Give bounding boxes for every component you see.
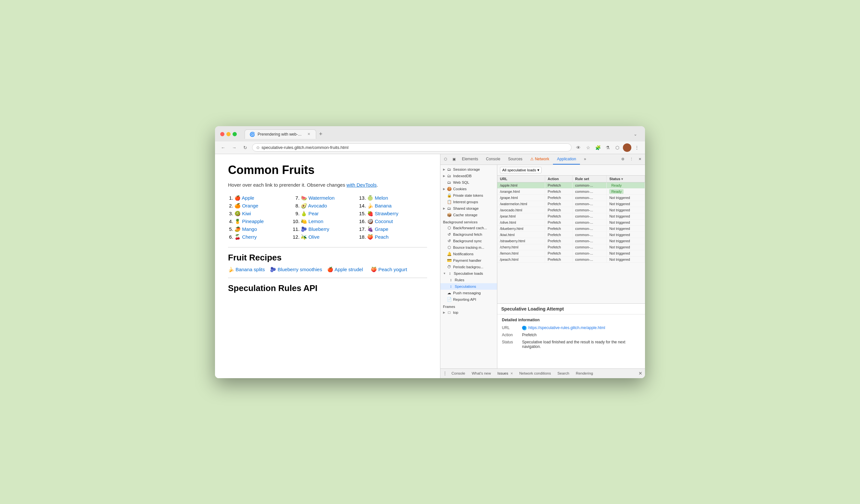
tab-application[interactable]: Application — [553, 154, 580, 164]
sidebar-session-storage[interactable]: ▶ 🗂 Session storage — [440, 166, 497, 173]
sidebar-background-fetch[interactable]: ▶ ↺ Background fetch — [440, 231, 497, 238]
split-view-icon[interactable]: ⬡ — [613, 143, 621, 152]
sidebar-bounce-tracking[interactable]: ▶ ⬡ Bounce tracking m... — [440, 244, 497, 251]
tab-more[interactable]: » — [580, 154, 590, 164]
table-row[interactable]: /cherry.htmlPrefetchcommon-...Not trigge… — [497, 244, 645, 250]
recipe-link[interactable]: 🍌 Banana splits — [228, 267, 265, 273]
devtools-close-icon[interactable]: ✕ — [636, 155, 644, 163]
fruit-link[interactable]: Cherry — [242, 234, 257, 240]
tab-elements[interactable]: Elements — [458, 154, 482, 164]
bottom-tab-search[interactable]: Search — [554, 370, 572, 376]
fruit-link[interactable]: Grape — [375, 226, 388, 232]
tab-close-icon[interactable]: ✕ — [306, 132, 311, 137]
col-status[interactable]: Status ▾ — [607, 176, 645, 183]
col-action[interactable]: Action — [545, 176, 572, 183]
sidebar-back-forward-cache[interactable]: ▶ ⬡ Back/forward cach... — [440, 225, 497, 231]
refresh-button[interactable]: ↻ — [241, 143, 249, 152]
tab-network[interactable]: ⚠ Network — [526, 154, 553, 164]
table-row[interactable]: /grape.htmlPrefetchcommon-...Not trigger… — [497, 195, 645, 201]
speculative-loads-dropdown[interactable]: All speculative loads ▾ — [500, 167, 542, 173]
sidebar-speculative-loads[interactable]: ▼ ↕ Speculative loads — [440, 270, 497, 277]
device-icon[interactable]: ▣ — [450, 155, 458, 163]
fruit-link[interactable]: Coconut — [375, 218, 393, 224]
tab-sources[interactable]: Sources — [504, 154, 526, 164]
table-row[interactable]: /strawberry.htmlPrefetchcommon-...Not tr… — [497, 238, 645, 244]
table-row[interactable]: /lemon.htmlPrefetchcommon-...Not trigger… — [497, 250, 645, 256]
table-row[interactable]: /kiwi.htmlPrefetchcommon-...Not triggere… — [497, 231, 645, 238]
fruit-link[interactable]: Strawberry — [375, 211, 399, 216]
sidebar-background-sync[interactable]: ▶ ↺ Background sync — [440, 238, 497, 244]
tab-console[interactable]: Console — [482, 154, 504, 164]
forward-button[interactable]: → — [230, 143, 239, 152]
col-ruleset[interactable]: Rule set — [572, 176, 607, 183]
sidebar-frames-top[interactable]: ▶ □ top — [440, 309, 497, 316]
issues-close-icon[interactable]: ✕ — [510, 372, 513, 375]
sidebar-reporting-api[interactable]: ▶ 📄 Reporting API — [440, 296, 497, 303]
bottom-tab-rendering[interactable]: Rendering — [572, 370, 596, 376]
bottom-bar-close-icon[interactable]: ✕ — [637, 370, 644, 376]
bottom-tab-issues[interactable]: Issues ✕ — [494, 370, 516, 376]
sidebar-notifications[interactable]: ▶ 🔔 Notifications — [440, 251, 497, 257]
sidebar-shared-storage[interactable]: ▶ 🗂 Shared storage — [440, 205, 497, 212]
table-row[interactable]: /peach.htmlPrefetchcommon-...Not trigger… — [497, 256, 645, 262]
fruit-link[interactable]: Banana — [375, 203, 392, 208]
sidebar-cookies[interactable]: ▶ 🍪 Cookies — [440, 186, 497, 192]
table-row[interactable]: /orange.htmlPrefetchcommon-...Ready — [497, 188, 645, 195]
sidebar-periodic-background[interactable]: ▶ ⏱ Periodic backgrou... — [440, 264, 497, 270]
inspect-icon[interactable]: ⬡ — [442, 155, 449, 163]
fruit-link[interactable]: Olive — [309, 234, 319, 240]
sidebar-payment-handler[interactable]: ▶ 💳 Payment handler — [440, 257, 497, 264]
fruit-link[interactable]: Kiwi — [242, 211, 251, 216]
sidebar-push-messaging[interactable]: ▶ ☁ Push messaging — [440, 290, 497, 296]
close-button[interactable] — [220, 132, 225, 136]
eye-slash-icon[interactable]: 👁 — [574, 143, 583, 152]
url-bar[interactable]: ⊙ speculative-rules.glitch.me/common-fru… — [252, 143, 572, 152]
table-row[interactable]: /avocado.htmlPrefetchcommon-...Not trigg… — [497, 207, 645, 213]
fruit-link[interactable]: Blueberry — [309, 226, 329, 232]
browser-tab[interactable]: 🌀 Prerendering with web-vitals... ✕ — [245, 129, 316, 139]
fruit-link[interactable]: Pineapple — [242, 218, 264, 224]
table-row[interactable]: /watermelon.htmlPrefetchcommon-...Not tr… — [497, 201, 645, 207]
sidebar-cache-storage[interactable]: ▶ 📦 Cache storage — [440, 212, 497, 218]
table-row[interactable]: /apple.htmlPrefetchcommon-...Ready — [497, 182, 645, 188]
detail-url-link[interactable]: https://speculative-rules.glitch.me/appl… — [528, 326, 605, 330]
fruit-link[interactable]: Avocado — [308, 203, 327, 208]
extension-icon[interactable]: 🧩 — [593, 143, 602, 152]
devtools-more-icon[interactable]: ⋮ — [628, 155, 635, 163]
bottom-tab-console[interactable]: Console — [448, 370, 468, 376]
minimize-button[interactable] — [226, 132, 231, 136]
table-row[interactable]: /blueberry.htmlPrefetchcommon-...Not tri… — [497, 225, 645, 231]
fruit-link[interactable]: Peach — [375, 234, 389, 240]
more-options-icon[interactable]: ⋮ — [633, 143, 641, 152]
fruit-link[interactable]: Watermelon — [309, 195, 334, 201]
sidebar-rules[interactable]: ↕ Rules — [440, 277, 497, 283]
sidebar-interest-groups[interactable]: ▶ 📋 Interest groups — [440, 199, 497, 205]
fruit-link[interactable]: Lemon — [309, 218, 323, 224]
profile-avatar[interactable] — [623, 143, 631, 152]
fruit-link[interactable]: Orange — [242, 203, 258, 208]
bookmark-icon[interactable]: ☆ — [584, 143, 592, 152]
recipe-link[interactable]: 🍎 Apple strudel — [327, 267, 363, 273]
recipe-link[interactable]: 🫐 Blueberry smoothies — [270, 267, 322, 273]
col-url[interactable]: URL — [497, 176, 545, 183]
table-row[interactable]: /pear.htmlPrefetchcommon-...Not triggere… — [497, 213, 645, 219]
settings-icon[interactable]: ⚙ — [619, 155, 627, 163]
recipe-link[interactable]: 🍑 Peach yogurt — [371, 267, 407, 273]
tab-dropdown-icon[interactable]: ⌄ — [631, 130, 640, 139]
labs-icon[interactable]: ⚗ — [603, 143, 612, 152]
maximize-button[interactable] — [232, 132, 237, 136]
bottom-tab-network-conditions[interactable]: Network conditions — [516, 370, 554, 376]
table-row[interactable]: /olive.htmlPrefetchcommon-...Not trigger… — [497, 219, 645, 225]
sidebar-websql[interactable]: ▶ 🗂 Web SQL — [440, 179, 497, 186]
fruit-link[interactable]: Pear — [309, 211, 319, 216]
back-button[interactable]: ← — [219, 143, 227, 152]
fruit-link[interactable]: Apple — [242, 195, 254, 201]
fruit-link[interactable]: Melon — [375, 195, 388, 201]
fruit-link[interactable]: Mango — [242, 226, 257, 232]
sidebar-indexeddb[interactable]: ▶ 🗂 IndexedDB — [440, 173, 497, 179]
new-tab-button[interactable]: + — [316, 130, 325, 139]
sidebar-private-state-tokens[interactable]: ▶ 🔒 Private state tokens — [440, 192, 497, 199]
sidebar-speculations[interactable]: ↕ Speculations — [440, 283, 497, 290]
devtools-link[interactable]: with DevTools — [346, 182, 377, 188]
bottom-bar-menu-icon[interactable]: ⋮ — [442, 370, 448, 376]
